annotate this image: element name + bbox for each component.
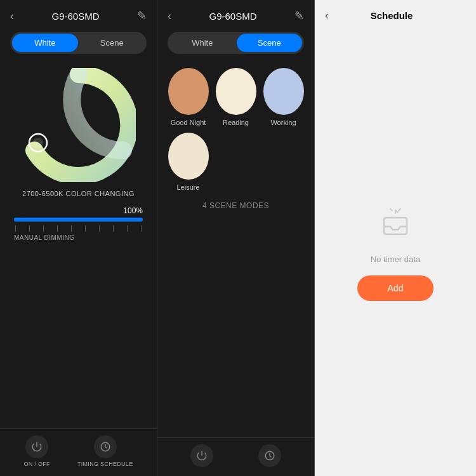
scene-label-leisure: Leisure	[176, 183, 199, 191]
dimming-label: MANUAL DIMMING	[14, 234, 143, 241]
panel1-header: ‹ G9-60SMD ✎	[0, 0, 157, 29]
panel2-title: G9-60SMD	[171, 11, 294, 22]
panel2-schedule-button[interactable]	[258, 444, 281, 467]
scene-circle-working	[263, 68, 304, 115]
panel2-edit-icon[interactable]: ✎	[294, 9, 304, 23]
tick-1	[15, 225, 16, 232]
schedule-empty-state: No timer data Add	[315, 29, 476, 476]
scene-good-night[interactable]: Good Night	[168, 68, 209, 126]
tick-7	[99, 225, 100, 232]
schedule-label: TIMING SCHEDULE	[77, 461, 133, 467]
dimming-ticks	[14, 225, 143, 232]
panel1-tab-bar: White Scene	[10, 32, 147, 54]
tick-6	[85, 225, 86, 232]
panel2-tab-bar: White Scene	[168, 32, 304, 54]
svg-point-1	[33, 138, 43, 148]
tab-scene[interactable]: Scene	[79, 34, 145, 52]
edit-icon[interactable]: ✎	[137, 9, 147, 23]
tick-10	[141, 225, 142, 232]
panel2-power-button[interactable]	[190, 444, 213, 467]
panel3-header: ‹ Schedule	[315, 0, 476, 29]
no-timer-icon	[378, 204, 413, 246]
scene-label-working: Working	[270, 119, 296, 126]
scene-circle-good-night	[168, 68, 209, 115]
scene-mode-panel: ‹ G9-60SMD ✎ White Scene Good Night Read…	[157, 0, 315, 476]
clock-icon	[94, 435, 117, 458]
schedule-panel: ‹ Schedule No timer data Add	[315, 0, 476, 476]
power-button[interactable]: ON / OFF	[24, 435, 50, 467]
dimming-fill	[14, 218, 143, 221]
scene-leisure[interactable]: Leisure	[168, 133, 209, 191]
panel2-clock-icon	[258, 444, 281, 467]
white-mode-panel: ‹ G9-60SMD ✎ White Scene	[0, 0, 157, 476]
scene-circle-reading	[216, 68, 256, 115]
add-timer-button[interactable]: Add	[357, 275, 434, 301]
scene-reading[interactable]: Reading	[215, 68, 256, 126]
no-timer-text: No timer data	[371, 255, 420, 264]
color-wheel[interactable]	[22, 68, 136, 182]
panel2-power-icon	[190, 444, 213, 467]
power-icon	[25, 435, 48, 458]
scene-modes-label: 4 SCENE MODES	[157, 196, 314, 215]
tick-4	[57, 225, 58, 232]
schedule-button[interactable]: TIMING SCHEDULE	[77, 435, 133, 467]
panel2-header: ‹ G9-60SMD ✎	[157, 0, 314, 29]
tick-2	[29, 225, 30, 232]
dimming-percent: 100%	[123, 206, 143, 215]
panel3-title: Schedule	[329, 10, 454, 21]
scene-label-reading: Reading	[223, 119, 249, 126]
dimming-section: 100% MANUAL DIMMING	[10, 206, 147, 241]
panel1-title: G9-60SMD	[14, 11, 137, 22]
dimming-header: 100%	[14, 206, 143, 215]
panel2-tab-white[interactable]: White	[169, 34, 235, 52]
scene-working[interactable]: Working	[263, 68, 304, 126]
color-wheel-container: 2700-6500K COLOR CHANGING 100% MANUAL D	[0, 62, 157, 426]
panel2-bottom-buttons	[157, 437, 314, 476]
tick-9	[127, 225, 128, 232]
tick-3	[43, 225, 44, 232]
dimming-track[interactable]	[14, 218, 143, 221]
tab-white[interactable]: White	[12, 34, 78, 52]
scene-grid-top: Good Night Reading Working	[157, 62, 314, 133]
scene-circle-leisure	[168, 133, 209, 180]
tick-8	[113, 225, 114, 232]
panel2-tab-scene[interactable]: Scene	[237, 34, 303, 52]
tick-5	[71, 225, 72, 232]
power-label: ON / OFF	[24, 461, 50, 467]
panel1-bottom-buttons: ON / OFF TIMING SCHEDULE	[0, 428, 157, 476]
scene-grid-bottom: Leisure	[157, 133, 314, 196]
color-label: 2700-6500K COLOR CHANGING	[22, 190, 135, 197]
scene-label-good-night: Good Night	[171, 119, 206, 126]
